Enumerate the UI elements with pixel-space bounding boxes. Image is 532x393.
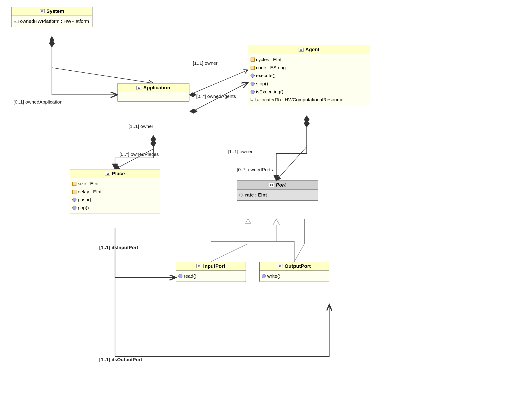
attr-text: size : EInt — [78, 180, 98, 188]
svg-marker-25 — [273, 219, 280, 225]
op-icon — [72, 206, 76, 210]
svg-line-19 — [294, 244, 304, 262]
class-inputport: ⊞ InputPort read() — [176, 262, 246, 282]
class-icon-application: ⊞ — [137, 86, 142, 90]
svg-marker-17 — [245, 219, 251, 223]
svg-line-5 — [52, 68, 153, 83]
label-owner-2: [1..1] owner — [129, 124, 153, 129]
attr-text: rate : EInt — [245, 191, 267, 199]
class-system-header: ⊞ System — [11, 7, 92, 16]
attr-text: ownedHWPlatform : HWPlatform — [20, 17, 89, 25]
class-icon-outputport: ⊞ — [278, 264, 283, 268]
op-row: pop() — [72, 204, 158, 212]
class-inputport-name: InputPort — [203, 263, 225, 269]
class-place-body: size : EInt delay : EInt push() pop() — [70, 178, 160, 213]
class-port-body: rate : EInt — [237, 190, 318, 200]
class-place: ⊞ Place size : EInt delay : EInt push() … — [70, 169, 160, 213]
op-text: pop() — [78, 204, 89, 212]
op-row: read() — [178, 272, 243, 280]
attr-text: code : EString — [256, 64, 286, 72]
op-icon — [251, 90, 255, 94]
op-text: write() — [267, 272, 280, 280]
class-outputport-body: write() — [259, 271, 329, 282]
class-icon-system: ⊞ — [40, 9, 45, 13]
svg-rect-26 — [239, 194, 243, 196]
op-text: push() — [78, 196, 91, 204]
label-its-output-port: [1..1] itsOutputPort — [99, 357, 142, 362]
class-agent-name: Agent — [305, 47, 319, 53]
class-outputport: ⊞ OutputPort write() — [259, 262, 329, 282]
svg-marker-6 — [49, 39, 54, 47]
attr-icon — [251, 66, 255, 70]
label-owned-application: [0..1] ownedApplication — [14, 99, 63, 105]
label-its-input-port: [1..1] itsInputPort — [99, 245, 138, 250]
svg-marker-24 — [304, 116, 309, 124]
op-row: stop() — [251, 80, 367, 88]
class-agent-body: cycles : EInt code : EString execute() s… — [248, 54, 370, 105]
class-application-body — [117, 92, 189, 101]
op-icon — [262, 274, 266, 278]
key-icon — [239, 193, 244, 197]
label-owned-places: [0..*] ownedPlaces — [120, 152, 159, 157]
class-port-name: Port — [276, 182, 286, 188]
op-icon — [251, 82, 255, 86]
ref-icon — [251, 98, 255, 101]
op-row: push() — [72, 196, 158, 204]
op-row: isExecuting() — [251, 88, 367, 96]
svg-line-13 — [276, 147, 307, 181]
class-icon-inputport: ⊞ — [196, 264, 201, 268]
ref-text: allocatedTo : HWComputationalResource — [257, 96, 343, 104]
class-place-header: ⊞ Place — [70, 169, 160, 178]
svg-line-7 — [190, 70, 248, 95]
class-icon-place: ⊞ — [105, 172, 110, 176]
svg-marker-8 — [190, 93, 196, 97]
class-system-name: System — [46, 8, 64, 14]
label-owned-agents: [0..*] ownedAgents — [196, 94, 236, 99]
class-application-name: Application — [143, 85, 170, 91]
attr-row: cycles : EInt — [251, 55, 367, 64]
op-icon — [72, 198, 76, 202]
class-inputport-header: ⊞ InputPort — [176, 262, 246, 271]
op-text: stop() — [256, 80, 268, 88]
attr-icon — [72, 190, 76, 194]
op-row: execute() — [251, 72, 367, 80]
op-icon — [178, 274, 182, 278]
class-icon-agent: ⊞ — [299, 48, 303, 52]
svg-marker-23 — [151, 135, 156, 143]
svg-marker-14 — [304, 120, 309, 127]
attr-icon — [251, 58, 255, 62]
class-application: ⊞ Application — [117, 83, 190, 102]
op-row: write() — [262, 272, 327, 280]
class-application-header: ⊞ Application — [117, 84, 189, 92]
ref-icon — [14, 20, 19, 23]
class-system: ⊞ System ownedHWPlatform : HWPlatform — [11, 7, 93, 27]
op-text: isExecuting() — [256, 88, 283, 96]
class-port: ⊞⊞ Port rate : EInt — [237, 181, 318, 201]
class-place-name: Place — [112, 171, 125, 177]
class-system-body: ownedHWPlatform : HWPlatform — [11, 16, 92, 27]
ref-row: allocatedTo : HWComputationalResource — [251, 96, 367, 104]
attr-row: code : EString — [251, 64, 367, 72]
svg-marker-11 — [151, 139, 156, 147]
attr-row: ownedHWPlatform : HWPlatform — [14, 17, 90, 25]
attr-row: delay : EInt — [72, 188, 158, 196]
attr-icon — [72, 182, 76, 186]
op-text: read() — [184, 272, 196, 280]
label-owner-3: [1..1] owner — [228, 149, 253, 154]
attr-row: size : EInt — [72, 180, 158, 188]
svg-line-16 — [211, 244, 248, 262]
svg-marker-21 — [50, 36, 54, 44]
op-text: execute() — [256, 72, 276, 80]
class-icon-port: ⊞⊞ — [269, 183, 274, 187]
class-outputport-header: ⊞ OutputPort — [259, 262, 329, 271]
class-outputport-name: OutputPort — [285, 263, 311, 269]
class-inputport-body: read() — [176, 271, 246, 282]
op-icon — [251, 74, 255, 78]
attr-row: rate : EInt — [239, 191, 316, 199]
class-port-header: ⊞⊞ Port — [237, 181, 318, 190]
class-agent: ⊞ Agent cycles : EInt code : EString exe… — [248, 45, 370, 105]
class-agent-header: ⊞ Agent — [248, 45, 370, 54]
attr-text: cycles : EInt — [256, 55, 281, 64]
label-owner-1: [1..1] owner — [193, 60, 218, 66]
svg-marker-22 — [190, 109, 198, 113]
